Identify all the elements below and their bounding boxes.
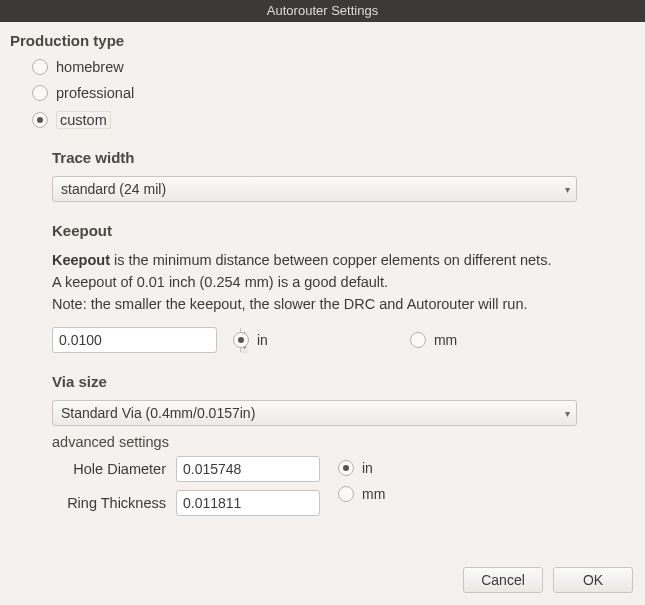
advanced-settings-heading: advanced settings (52, 434, 635, 450)
hole-diameter-input[interactable] (176, 456, 320, 482)
via-size-value: Standard Via (0.4mm/0.0157in) (61, 405, 255, 421)
chevron-down-icon: ▾ (565, 408, 570, 419)
production-type-heading: Production type (10, 32, 635, 49)
keepout-heading: Keepout (52, 222, 635, 239)
keepout-desc1: is the minimum distance between copper e… (110, 252, 551, 268)
hole-diameter-row: Hole Diameter (66, 456, 320, 482)
radio-icon (410, 332, 426, 348)
via-unit-column: in mm (328, 460, 385, 502)
window-title: Autorouter Settings (267, 3, 378, 18)
trace-width-heading: Trace width (52, 149, 635, 166)
production-professional-label: professional (56, 85, 134, 101)
via-unit-in[interactable]: in (338, 460, 385, 476)
unit-mm-label: mm (362, 486, 385, 502)
keepout-input-row: ▲ ▼ in mm (52, 327, 635, 353)
production-custom-label: custom (56, 111, 111, 129)
chevron-down-icon: ▾ (565, 184, 570, 195)
ring-thickness-input[interactable] (176, 490, 320, 516)
ok-button[interactable]: OK (553, 567, 633, 593)
keepout-spinbox[interactable]: ▲ ▼ (52, 327, 217, 353)
ring-thickness-row: Ring Thickness (66, 490, 320, 516)
keepout-description: Keepout is the minimum distance between … (52, 249, 635, 315)
trace-width-select[interactable]: standard (24 mil) ▾ (52, 176, 577, 202)
radio-icon (338, 486, 354, 502)
ring-thickness-label: Ring Thickness (66, 495, 166, 511)
keepout-desc2: A keepout of 0.01 inch (0.254 mm) is a g… (52, 271, 635, 293)
radio-icon (338, 460, 354, 476)
titlebar: Autorouter Settings (0, 0, 645, 22)
keepout-bold: Keepout (52, 252, 110, 268)
unit-in-label: in (257, 332, 268, 348)
unit-in-label: in (362, 460, 373, 476)
production-homebrew-label: homebrew (56, 59, 124, 75)
radio-icon (32, 85, 48, 101)
keepout-block: Keepout Keepout is the minimum distance … (52, 222, 635, 353)
via-size-block: Via size Standard Via (0.4mm/0.0157in) ▾… (52, 373, 635, 524)
via-unit-mm[interactable]: mm (338, 486, 385, 502)
keepout-unit-mm[interactable]: mm (410, 332, 457, 348)
hole-diameter-label: Hole Diameter (66, 461, 166, 477)
dialog-button-row: Cancel OK (463, 567, 633, 593)
radio-icon (32, 112, 48, 128)
keepout-unit-in[interactable]: in (233, 332, 268, 348)
production-homebrew-row[interactable]: homebrew (32, 59, 635, 75)
via-size-heading: Via size (52, 373, 635, 390)
trace-width-block: Trace width standard (24 mil) ▾ (52, 149, 635, 202)
radio-icon (233, 332, 249, 348)
trace-width-value: standard (24 mil) (61, 181, 166, 197)
production-custom-row[interactable]: custom (32, 111, 635, 129)
keepout-input[interactable] (53, 328, 240, 352)
cancel-button[interactable]: Cancel (463, 567, 543, 593)
radio-icon (32, 59, 48, 75)
unit-mm-label: mm (434, 332, 457, 348)
keepout-desc3: Note: the smaller the keepout, the slowe… (52, 293, 635, 315)
production-professional-row[interactable]: professional (32, 85, 635, 101)
content-area: Production type homebrew professional cu… (0, 22, 645, 524)
via-size-select[interactable]: Standard Via (0.4mm/0.0157in) ▾ (52, 400, 577, 426)
